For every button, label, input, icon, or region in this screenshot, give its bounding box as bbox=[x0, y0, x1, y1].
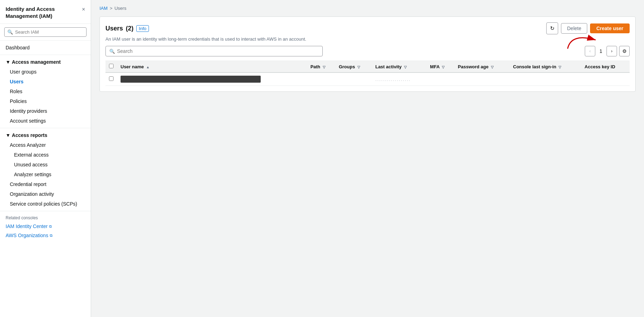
aws-organizations-link[interactable]: AWS Organizations ⧉ bbox=[0, 231, 91, 240]
search-icon: 🔍 bbox=[109, 49, 115, 54]
sidebar-item-scp[interactable]: Service control policies (SCPs) bbox=[0, 199, 91, 209]
sidebar-item-access-management[interactable]: ▼ Access management bbox=[0, 57, 91, 67]
sidebar-title: Identity and AccessManagement (IAM) bbox=[6, 6, 55, 19]
last-activity-dotted: .................. bbox=[375, 77, 411, 82]
sidebar-item-label: Credential report bbox=[10, 181, 46, 187]
panel-header: Users (2) Info ↻ Delete Create user bbox=[105, 22, 630, 34]
col-password-age-label: Password age bbox=[458, 64, 488, 69]
row-password-age-cell bbox=[454, 73, 509, 86]
sidebar-item-organization-activity[interactable]: Organization activity bbox=[0, 189, 91, 199]
search-icon: 🔍 bbox=[7, 29, 13, 35]
sidebar-item-roles[interactable]: Roles bbox=[0, 87, 91, 96]
row-last-activity-cell: .................. bbox=[372, 73, 426, 86]
col-path[interactable]: Path ▽ bbox=[307, 61, 335, 73]
sidebar-item-policies[interactable]: Policies bbox=[0, 96, 91, 106]
refresh-button[interactable]: ↻ bbox=[546, 22, 558, 34]
related-consoles-section: Related consoles IAM Identity Center ⧉ A… bbox=[0, 211, 91, 240]
nav-section-access-management: ▼ Access management User groups Users Ro… bbox=[0, 55, 91, 128]
col-console-signin[interactable]: Console last sign-in ▽ bbox=[509, 61, 581, 73]
col-access-key-id[interactable]: Access key ID bbox=[581, 61, 630, 73]
sidebar-item-account-settings[interactable]: Account settings bbox=[0, 116, 91, 126]
sidebar: Identity and AccessManagement (IAM) × 🔍 … bbox=[0, 0, 91, 317]
pagination-row: ‹ 1 › ⚙ bbox=[585, 46, 630, 56]
table-header-row: User name ▲ Path ▽ Groups ▽ Last activit… bbox=[105, 61, 630, 73]
sidebar-item-access-reports[interactable]: ▼ Access reports bbox=[0, 130, 91, 140]
panel-count: (2) bbox=[126, 25, 133, 32]
table-search-input[interactable] bbox=[117, 48, 319, 54]
collapse-icon: ▼ bbox=[6, 132, 11, 138]
col-password-age[interactable]: Password age ▽ bbox=[454, 61, 509, 73]
aws-organizations-label: AWS Organizations bbox=[6, 233, 48, 238]
settings-icon: ⚙ bbox=[622, 48, 627, 54]
delete-button[interactable]: Delete bbox=[561, 23, 587, 34]
iam-identity-center-link[interactable]: IAM Identity Center ⧉ bbox=[0, 222, 91, 231]
sort-asc-icon: ▲ bbox=[146, 65, 150, 69]
sort-icon: ▽ bbox=[491, 65, 494, 69]
sidebar-item-user-groups[interactable]: User groups bbox=[0, 67, 91, 77]
row-mfa-cell bbox=[426, 73, 454, 86]
sidebar-item-label: Unused access bbox=[14, 162, 48, 167]
next-page-button[interactable]: › bbox=[607, 46, 617, 56]
breadcrumb-iam-link[interactable]: IAM bbox=[100, 6, 108, 11]
sidebar-item-label: Policies bbox=[10, 98, 27, 104]
sort-icon: ▽ bbox=[357, 65, 360, 69]
sidebar-item-label: User groups bbox=[10, 69, 36, 75]
col-username[interactable]: User name ▲ bbox=[117, 61, 307, 73]
sidebar-item-access-analyzer[interactable]: Access Analyzer bbox=[0, 140, 91, 150]
prev-page-button[interactable]: ‹ bbox=[585, 46, 595, 56]
sidebar-item-label: Organization activity bbox=[10, 191, 54, 197]
breadcrumb-users: Users bbox=[115, 6, 126, 11]
search-container: 🔍 bbox=[0, 24, 91, 41]
iam-identity-center-label: IAM Identity Center bbox=[6, 223, 48, 229]
search-box: 🔍 bbox=[4, 27, 87, 37]
page-number: 1 bbox=[597, 48, 604, 54]
sidebar-item-analyzer-settings[interactable]: Analyzer settings bbox=[0, 170, 91, 179]
search-input[interactable] bbox=[15, 29, 83, 35]
col-access-key-id-label: Access key ID bbox=[584, 64, 615, 69]
row-checkbox-cell bbox=[105, 73, 117, 86]
users-table: User name ▲ Path ▽ Groups ▽ Last activit… bbox=[105, 61, 630, 86]
redacted-username bbox=[121, 76, 261, 83]
row-username-cell bbox=[117, 73, 307, 86]
table-settings-button[interactable]: ⚙ bbox=[619, 46, 630, 56]
sidebar-item-identity-providers[interactable]: Identity providers bbox=[0, 106, 91, 116]
select-all-checkbox[interactable] bbox=[109, 64, 114, 68]
col-mfa[interactable]: MFA ▽ bbox=[426, 61, 454, 73]
col-mfa-label: MFA bbox=[430, 64, 439, 69]
sidebar-item-external-access[interactable]: External access bbox=[0, 150, 91, 160]
col-path-label: Path bbox=[310, 64, 320, 69]
close-icon[interactable]: × bbox=[82, 6, 85, 13]
col-groups-label: Groups bbox=[339, 64, 355, 69]
row-access-key-cell bbox=[581, 73, 630, 86]
sidebar-item-unused-access[interactable]: Unused access bbox=[0, 160, 91, 170]
col-groups[interactable]: Groups ▽ bbox=[335, 61, 372, 73]
row-checkbox[interactable] bbox=[109, 76, 114, 81]
nav-section-dashboard: Dashboard bbox=[0, 41, 91, 55]
table-row: .................. bbox=[105, 73, 630, 86]
external-link-icon: ⧉ bbox=[49, 224, 52, 229]
info-badge[interactable]: Info bbox=[136, 25, 149, 32]
sidebar-item-credential-report[interactable]: Credential report bbox=[0, 179, 91, 189]
sidebar-item-label: Identity providers bbox=[10, 108, 47, 114]
refresh-icon: ↻ bbox=[550, 25, 555, 32]
sidebar-item-users[interactable]: Users bbox=[0, 77, 91, 87]
sort-icon: ▽ bbox=[323, 65, 326, 69]
sort-icon: ▽ bbox=[442, 65, 445, 69]
sidebar-item-label: External access bbox=[14, 152, 49, 158]
main-content: IAM > Users Users (2) Info ↻ Delete Crea… bbox=[91, 0, 644, 317]
sidebar-item-label: Analyzer settings bbox=[14, 172, 52, 177]
col-console-signin-label: Console last sign-in bbox=[513, 64, 556, 69]
sidebar-item-label: Roles bbox=[10, 89, 22, 94]
sidebar-item-label: Access Analyzer bbox=[10, 142, 46, 148]
sort-icon: ▽ bbox=[559, 65, 561, 69]
panel-title-row: Users (2) Info bbox=[105, 25, 149, 32]
sidebar-header: Identity and AccessManagement (IAM) × bbox=[0, 0, 91, 24]
users-panel: Users (2) Info ↻ Delete Create user An I… bbox=[100, 16, 636, 92]
row-path-cell bbox=[307, 73, 335, 86]
sidebar-item-label: Service control policies (SCPs) bbox=[10, 201, 77, 207]
sidebar-item-label: Dashboard bbox=[6, 45, 30, 50]
col-last-activity[interactable]: Last activity ▽ bbox=[372, 61, 426, 73]
create-user-button[interactable]: Create user bbox=[590, 23, 630, 33]
collapse-icon: ▼ bbox=[6, 59, 11, 65]
sidebar-item-dashboard[interactable]: Dashboard bbox=[0, 43, 91, 53]
